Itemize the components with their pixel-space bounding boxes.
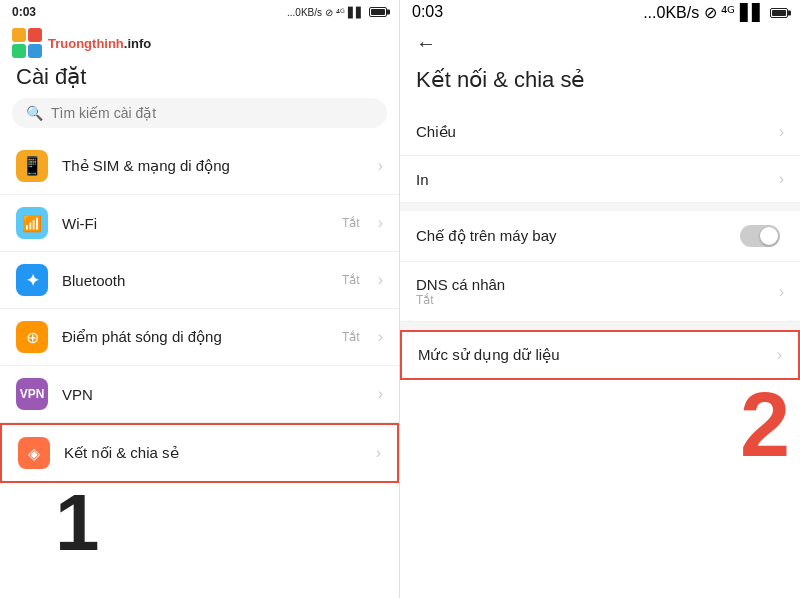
vpn-text: VPN [62, 386, 364, 403]
sidebar-item-sim[interactable]: 📱 Thẻ SIM & mạng di động › [0, 138, 399, 195]
left-status-icons: ...0KB/s ⊘ ⁴ᴳ ▋▋ [287, 7, 387, 18]
wifi-status: Tắt [342, 216, 360, 230]
right-item-maybay[interactable]: Chế độ trên máy bay [400, 211, 800, 262]
left-status-bar: 0:03 ...0KB/s ⊘ ⁴ᴳ ▋▋ [0, 0, 399, 24]
hotspot-chevron: › [378, 328, 383, 346]
mucSuDung-label-wrap: Mức sử dụng dữ liệu [418, 346, 777, 364]
sim-chevron: › [378, 157, 383, 175]
network-text: ...0KB/s [287, 7, 322, 18]
maybay-toggle[interactable] [740, 225, 780, 247]
search-icon: 🔍 [26, 105, 43, 121]
logo-cell-blue [28, 44, 42, 58]
sidebar-item-vpn[interactable]: VPN VPN › [0, 366, 399, 423]
right-network-text: ...0KB/s [643, 4, 699, 21]
sim-icon: 📱 [16, 150, 48, 182]
left-time: 0:03 [12, 5, 36, 19]
divider-1 [400, 203, 800, 211]
mucSuDung-chevron: › [777, 346, 782, 364]
logo-cell-green [12, 44, 26, 58]
lte-icon: ⁴ᴳ [336, 7, 345, 18]
wifi-chevron: › [378, 214, 383, 232]
bluetooth-icon: ✦ [16, 264, 48, 296]
hotspot-status: Tắt [342, 330, 360, 344]
sidebar-item-hotspot[interactable]: ⊕ Điểm phát sóng di động Tắt › [0, 309, 399, 366]
dns-chevron: › [779, 283, 784, 301]
right-page-title: Kết nối & chia sẻ [400, 63, 800, 109]
wifi-icon: 📶 [16, 207, 48, 239]
logo-grid [12, 28, 42, 58]
number-1-label: 1 [55, 483, 100, 563]
right-time: 0:03 [412, 3, 443, 21]
right-signal-bars: ▋▋ [740, 4, 764, 21]
sidebar-item-wifi[interactable]: 📶 Wi-Fi Tắt › [0, 195, 399, 252]
right-settings-list: Chiều › In › Chế độ trên máy bay DNS cá … [400, 109, 800, 598]
wifi-text: Wi-Fi [62, 215, 328, 232]
back-button[interactable]: ← [400, 24, 800, 63]
toggle-knob [760, 227, 778, 245]
right-item-mucSuDung[interactable]: Mức sử dụng dữ liệu › [400, 330, 800, 380]
bluetooth-chevron: › [378, 271, 383, 289]
right-lte-icon: ⁴ᴳ [721, 4, 735, 21]
right-item-chieu[interactable]: Chiều › [400, 109, 800, 156]
chieu-label-wrap: Chiều [416, 123, 779, 141]
vpn-chevron: › [378, 385, 383, 403]
right-status-icons: ...0KB/s ⊘ ⁴ᴳ ▋▋ [643, 3, 788, 22]
back-arrow-icon: ← [416, 32, 436, 55]
page-title: Cài đặt [0, 58, 399, 98]
connect-chevron: › [376, 444, 381, 462]
connect-text: Kết nối & chia sẻ [64, 444, 362, 462]
right-panel: 0:03 ...0KB/s ⊘ ⁴ᴳ ▋▋ ← Kết nối & chia s… [400, 0, 800, 598]
settings-list: 📱 Thẻ SIM & mạng di động › 📶 Wi-Fi Tắt ›… [0, 138, 399, 598]
in-label-wrap: In [416, 171, 779, 188]
logo-cell-orange [12, 28, 26, 42]
number-1-container: 1 [0, 483, 399, 553]
logo-area: Truongthinh.info [0, 24, 399, 58]
right-item-in[interactable]: In › [400, 156, 800, 203]
right-item-dns[interactable]: DNS cá nhân Tắt › [400, 262, 800, 322]
number-2-label: 2 [740, 380, 790, 470]
right-battery-icon [770, 8, 788, 18]
bluetooth-text: Bluetooth [62, 272, 328, 289]
hotspot-icon: ⊕ [16, 321, 48, 353]
dns-label-wrap: DNS cá nhân Tắt [416, 276, 779, 307]
signal-bars-icon: ▋▋ [348, 7, 364, 18]
sidebar-item-connect[interactable]: ◈ Kết nối & chia sẻ › [0, 423, 399, 483]
search-input[interactable] [51, 105, 373, 121]
connect-icon: ◈ [18, 437, 50, 469]
hotspot-text: Điểm phát sóng di động [62, 328, 328, 346]
maybay-label-wrap: Chế độ trên máy bay [416, 227, 740, 245]
bluetooth-status: Tắt [342, 273, 360, 287]
battery-icon [369, 7, 387, 17]
logo-cell-red [28, 28, 42, 42]
chieu-chevron: › [779, 123, 784, 141]
search-bar[interactable]: 🔍 [12, 98, 387, 128]
signal-icon: ⊘ [325, 7, 333, 18]
number-2-container: 2 [400, 380, 800, 470]
right-status-bar: 0:03 ...0KB/s ⊘ ⁴ᴳ ▋▋ [400, 0, 800, 24]
logo-text: Truongthinh.info [48, 36, 151, 51]
divider-2 [400, 322, 800, 330]
sidebar-item-bluetooth[interactable]: ✦ Bluetooth Tắt › [0, 252, 399, 309]
sim-text: Thẻ SIM & mạng di động [62, 157, 364, 175]
left-panel: 0:03 ...0KB/s ⊘ ⁴ᴳ ▋▋ Truongthinh.info C… [0, 0, 400, 598]
in-chevron: › [779, 170, 784, 188]
right-signal-icon: ⊘ [704, 4, 717, 21]
vpn-icon: VPN [16, 378, 48, 410]
